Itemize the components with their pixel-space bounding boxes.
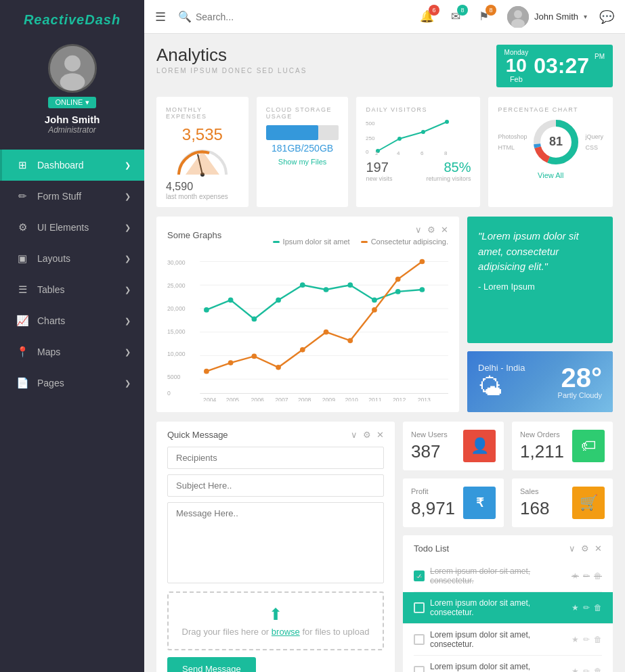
todo-text: Lorem ipsum dolor sit amet, consectetur.	[430, 566, 566, 585]
todo-item: Lorem ipsum dolor sit amet, consectetur.…	[403, 592, 613, 624]
recipients-input[interactable]	[167, 447, 384, 469]
svg-point-59	[204, 369, 209, 374]
message-textarea[interactable]	[167, 502, 384, 583]
file-drop-zone[interactable]: ⬆ Drag your files here or browse for fil…	[167, 591, 384, 650]
new-users-icon: 👤	[463, 430, 496, 462]
sidebar-item-label: Maps	[37, 346, 60, 357]
star-icon[interactable]: ★	[572, 571, 579, 581]
month-label: Feb	[504, 75, 529, 83]
star-icon[interactable]: ★	[572, 603, 579, 612]
close-icon[interactable]: ✕	[441, 225, 448, 235]
profit-label: Profit	[411, 487, 455, 495]
view-all-link[interactable]: View All	[538, 171, 563, 179]
time-display: 03:27	[534, 53, 589, 79]
svg-point-56	[372, 298, 377, 303]
todo-item-actions: ★ ✏ 🗑	[572, 603, 602, 612]
percentage-chart-label: PERCENTAGE CHART	[498, 106, 603, 113]
sales-icon: 🛒	[572, 487, 605, 519]
quote-text: "Lorem ipsum dolor sit amet, consectetur…	[478, 229, 602, 275]
close-icon[interactable]: ✕	[376, 430, 384, 440]
star-icon[interactable]: ★	[572, 667, 579, 672]
todo-checkbox[interactable]	[414, 634, 425, 645]
todo-header: Todo List ∨ ⚙ ✕	[414, 543, 602, 554]
settings-icon[interactable]: ⚙	[363, 430, 371, 440]
sidebar: ReactiveDash ONLINE John Smith Administr…	[0, 0, 144, 672]
sidebar-item-pages[interactable]: 📄 Pages ❯	[0, 367, 144, 399]
collapse-icon[interactable]: ∨	[569, 543, 576, 554]
notifications-button[interactable]: 🔔 6	[416, 6, 438, 28]
todo-card: Todo List ∨ ⚙ ✕ ✓ Lorem ipsum dolor sit …	[403, 535, 613, 672]
message-title: Quick Message	[167, 430, 228, 440]
trash-icon[interactable]: 🗑	[594, 667, 602, 672]
todo-checkbox[interactable]	[414, 666, 425, 672]
todo-checkbox[interactable]: ✓	[414, 570, 425, 581]
search-input[interactable]	[196, 12, 331, 22]
sidebar-item-label: Form Stuff	[37, 191, 81, 202]
svg-text:2004: 2004	[203, 397, 216, 401]
settings-icon[interactable]: ⚙	[581, 543, 589, 554]
flags-badge: 8	[486, 5, 496, 16]
edit-icon[interactable]: ✏	[583, 667, 590, 672]
close-icon[interactable]: ✕	[595, 543, 602, 554]
notifications-badge: 6	[429, 5, 439, 16]
todo-actions-header: ∨ ⚙ ✕	[569, 543, 602, 554]
online-status-badge[interactable]: ONLINE	[48, 97, 95, 108]
sales-stat: Sales 168 🛒	[512, 478, 613, 527]
collapse-icon[interactable]: ∨	[351, 430, 358, 440]
svg-point-51	[252, 317, 257, 322]
subject-input[interactable]	[167, 474, 384, 497]
mail-button[interactable]: ✉ 8	[445, 6, 467, 28]
mini-stats-row: New Users 387 👤 New Orders 1,211 🏷	[403, 422, 613, 527]
profit-left: Profit 8,971	[411, 487, 455, 519]
monthly-expenses-sublabel: last month expenses	[166, 193, 239, 200]
send-message-button[interactable]: Send Message	[167, 657, 256, 672]
todo-checkbox[interactable]	[414, 602, 425, 613]
star-icon[interactable]: ★	[572, 635, 579, 644]
collapse-icon[interactable]: ∨	[415, 225, 422, 235]
svg-text:2006: 2006	[251, 397, 264, 401]
sidebar-item-label: Dashboard	[37, 160, 84, 171]
edit-icon[interactable]: ✏	[583, 571, 590, 581]
svg-text:2005: 2005	[226, 397, 239, 401]
sidebar-item-maps[interactable]: 📍 Maps ❯	[0, 336, 144, 367]
user-menu[interactable]: John Smith ▾	[502, 6, 592, 28]
show-files-link[interactable]: Show my Files	[266, 158, 339, 166]
maps-icon: 📍	[16, 346, 29, 358]
chevron-right-icon: ❯	[125, 317, 131, 326]
flags-button[interactable]: ⚑ 8	[473, 6, 495, 28]
trash-icon[interactable]: 🗑	[594, 603, 602, 612]
sidebar-item-layouts[interactable]: ▣ Layouts ❯	[0, 243, 144, 274]
sidebar-logo: ReactiveDash	[0, 0, 144, 37]
menu-icon[interactable]: ☰	[155, 9, 166, 24]
ui-icon: ⚙	[16, 221, 29, 233]
sidebar-item-form-stuff[interactable]: ✏ Form Stuff ❯	[0, 181, 144, 212]
edit-icon[interactable]: ✏	[583, 635, 590, 644]
svg-point-64	[324, 330, 329, 335]
browse-link[interactable]: browse	[272, 627, 300, 637]
quote-author: - Lorem Ipsum	[478, 282, 602, 292]
trash-icon[interactable]: 🗑	[594, 635, 602, 644]
svg-text:8: 8	[444, 150, 448, 156]
visitors-line-chart: 500 250 0 2 4 6 8	[366, 118, 471, 156]
graph-legend: Ipsum dolor sit amet Consectetur adipisc…	[273, 238, 448, 246]
svg-text:5000: 5000	[167, 374, 180, 380]
chevron-right-icon: ❯	[125, 286, 131, 294]
svg-text:30,000: 30,000	[167, 259, 186, 266]
sidebar-item-label: Tables	[37, 284, 64, 295]
sidebar-item-dashboard[interactable]: ⊞ Dashboard ❯	[0, 150, 144, 181]
svg-text:250: 250	[366, 135, 375, 141]
visitors-values: 197 new visits 85% returning visitors	[366, 160, 471, 182]
sidebar-item-tables[interactable]: ☰ Tables ❯	[0, 274, 144, 305]
weather-city: Delhi - India	[478, 363, 525, 373]
sidebar-item-charts[interactable]: 📈 Charts ❯	[0, 305, 144, 336]
graph-card: Some Graphs ∨ ⚙ ✕ Ipsum dolor sit amet	[156, 217, 459, 412]
sidebar-item-label: UI Elements	[37, 222, 89, 233]
todo-item-actions: ★ ✏ 🗑	[572, 635, 602, 644]
svg-point-49	[204, 307, 209, 313]
chat-icon[interactable]: 💬	[599, 9, 614, 24]
edit-icon[interactable]: ✏	[583, 603, 590, 612]
trash-icon[interactable]: 🗑	[594, 571, 602, 581]
svg-text:2: 2	[375, 150, 379, 156]
settings-icon[interactable]: ⚙	[427, 225, 435, 235]
sidebar-item-ui-elements[interactable]: ⚙ UI Elements ❯	[0, 212, 144, 243]
